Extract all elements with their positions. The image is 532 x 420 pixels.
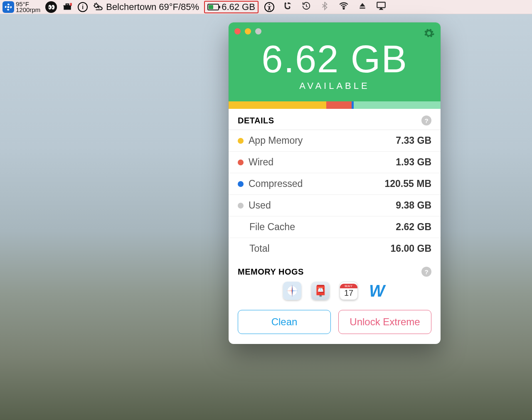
details-help-button[interactable]: ? [421, 115, 431, 125]
row-label: Used [249, 200, 271, 211]
row-label: Wired [249, 157, 273, 168]
cal-month: MAY [340, 284, 357, 288]
memory-clean-window: 6.62 GB AVAILABLE DETAILS ? App Memory 7… [229, 22, 441, 344]
row-wired: Wired 1.93 GB [229, 152, 441, 173]
minimize-button[interactable] [245, 28, 251, 34]
window-header: 6.62 GB AVAILABLE [229, 22, 441, 101]
row-label: File Cache [249, 221, 295, 233]
row-label: Total [249, 243, 270, 254]
row-value: 9.38 GB [396, 200, 431, 211]
menu-info[interactable]: i [78, 0, 88, 14]
svg-point-5 [268, 3, 270, 5]
mascot-icon [45, 1, 57, 13]
clean-button[interactable]: Clean [238, 310, 331, 334]
weather-reading: 69°F/85% [159, 2, 199, 12]
hogs-title: MEMORY HOGS [238, 267, 304, 277]
row-value: 120.55 MB [384, 178, 431, 189]
info-icon: i [78, 2, 88, 12]
fan-icon [2, 1, 14, 13]
fan-readout: 95°F 1200rpm [16, 1, 40, 13]
weather-icon [93, 2, 103, 12]
details-title: DETAILS [238, 116, 274, 125]
svg-point-0 [7, 6, 10, 8]
accessibility-icon [265, 2, 273, 12]
meter-segment-app [229, 101, 326, 109]
row-used: Used 9.38 GB [229, 195, 441, 216]
details-rows: App Memory 7.33 GB Wired 1.93 GB Compres… [229, 130, 441, 259]
menu-bluetooth[interactable] [320, 1, 329, 12]
zoom-button[interactable] [255, 28, 261, 34]
wifi-icon [338, 0, 349, 11]
weather-location: Belchertown [106, 2, 156, 12]
row-total: Total 16.00 GB [229, 238, 441, 259]
details-header: DETAILS ? [229, 109, 441, 130]
available-label: AVAILABLE [229, 81, 441, 91]
svg-rect-2 [70, 3, 71, 6]
dot-app-icon [238, 138, 244, 144]
menu-eject[interactable] [358, 2, 367, 12]
menu-accessibility[interactable] [264, 2, 274, 12]
menu-memory-value: 6.62 GB [222, 2, 255, 12]
memory-hogs-section: MEMORY HOGS ? MAY 17 W [229, 259, 441, 307]
row-label: Compressed [249, 178, 303, 189]
menu-memory-clean[interactable]: 6.62 GB [204, 1, 259, 13]
row-value: 1.93 GB [396, 157, 431, 168]
bluetooth-icon [320, 1, 329, 10]
menu-evernote[interactable] [283, 1, 293, 12]
dot-compressed-icon [238, 181, 244, 187]
memory-battery-icon [207, 4, 219, 10]
row-app-memory: App Memory 7.33 GB [229, 130, 441, 152]
elephant-icon [283, 1, 293, 10]
hog-mail-icon[interactable] [311, 282, 330, 300]
row-value: 7.33 GB [396, 135, 431, 146]
action-buttons: Clean Unlock Extreme [229, 307, 441, 344]
hog-calendar-icon[interactable]: MAY 17 [340, 282, 358, 300]
row-label: App Memory [249, 135, 303, 146]
hogs-help-button[interactable]: ? [421, 267, 431, 277]
menu-weather[interactable]: Belchertown 69°F/85% [93, 0, 199, 14]
svg-rect-7 [360, 7, 365, 8]
clock-back-icon [302, 1, 311, 10]
row-value: 16.00 GB [391, 243, 431, 254]
svg-rect-3 [71, 3, 72, 6]
svg-rect-1 [66, 4, 69, 5]
menu-fan-monitor[interactable]: 95°F 1200rpm [2, 0, 40, 14]
hog-word-icon[interactable]: W [368, 282, 386, 300]
available-memory-value: 6.62 GB [229, 40, 441, 78]
menu-mascot[interactable] [45, 0, 57, 14]
menu-timemachine[interactable] [302, 1, 311, 12]
menu-airplay[interactable] [376, 0, 387, 13]
settings-button[interactable] [423, 27, 435, 41]
memory-meter [229, 101, 441, 109]
meter-segment-wired [326, 101, 352, 109]
hog-app-icons: MAY 17 W [238, 278, 431, 307]
row-compressed: Compressed 120.55 MB [229, 173, 441, 195]
cal-day: 17 [344, 288, 353, 298]
menu-toolbox[interactable] [62, 0, 73, 14]
row-file-cache: File Cache 2.62 GB [229, 216, 441, 238]
eject-icon [358, 2, 367, 10]
toolbox-icon [62, 2, 73, 12]
menu-wifi[interactable] [338, 0, 349, 13]
fan-rpm: 1200rpm [16, 7, 40, 13]
menu-right-cluster [264, 0, 387, 13]
meter-segment-free [354, 101, 441, 109]
dot-wired-icon [238, 160, 244, 165]
dot-used-icon [238, 203, 244, 209]
hog-safari-icon[interactable] [283, 282, 301, 300]
close-button[interactable] [234, 28, 241, 34]
airplay-icon [376, 0, 387, 11]
unlock-extreme-button[interactable]: Unlock Extreme [338, 310, 431, 334]
traffic-lights [234, 28, 261, 34]
svg-rect-8 [377, 2, 385, 7]
gear-icon [423, 27, 435, 39]
svg-point-6 [343, 8, 344, 9]
row-value: 2.62 GB [396, 221, 431, 233]
menu-bar: 95°F 1200rpm i Belchertown 69°F/85% 6.62… [0, 0, 532, 14]
